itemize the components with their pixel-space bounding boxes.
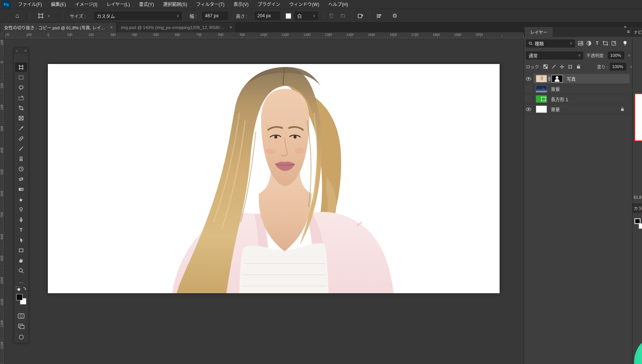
- type-tool[interactable]: T: [15, 225, 27, 235]
- hand-tool[interactable]: [15, 256, 27, 265]
- navigator-preview[interactable]: [634, 93, 642, 141]
- close-icon[interactable]: ×: [229, 25, 232, 30]
- background-color-swatch[interactable]: [286, 13, 291, 19]
- color-swatches[interactable]: [634, 218, 642, 231]
- panel-menu-icon[interactable]: ≡: [627, 29, 630, 35]
- height-input[interactable]: 204 px: [255, 12, 280, 20]
- filter-shape-layers-icon[interactable]: [601, 40, 610, 47]
- filter-type-layers-icon[interactable]: T: [593, 40, 601, 47]
- visibility-toggle[interactable]: [524, 84, 533, 94]
- tab-color[interactable]: カラ: [633, 203, 642, 213]
- menu-file[interactable]: ファイル(F): [14, 0, 46, 9]
- menu-type[interactable]: 書式(Y): [135, 0, 159, 9]
- eraser-tool[interactable]: [15, 174, 27, 184]
- filter-pixel-layers-icon[interactable]: [576, 40, 585, 47]
- lock-transparent-pixels-icon[interactable]: [541, 63, 550, 70]
- document-tab-inactive[interactable]: img.psd @ 143% (img_ps-crropping1209_12,…: [117, 23, 236, 32]
- menu-plugins[interactable]: プラグイン: [253, 0, 285, 9]
- opacity-input[interactable]: 100%: [608, 52, 624, 59]
- fill-input[interactable]: 100%: [610, 63, 627, 70]
- visibility-toggle[interactable]: [524, 104, 533, 114]
- crop-tool[interactable]: [15, 103, 27, 113]
- size-select[interactable]: カスタム ∨: [94, 12, 182, 20]
- dodge-tool[interactable]: [15, 205, 27, 214]
- visibility-toggle[interactable]: [524, 74, 533, 84]
- layer-thumbnail[interactable]: [536, 75, 547, 82]
- quick-mask-icon[interactable]: [15, 311, 27, 321]
- lasso-tool[interactable]: [15, 83, 27, 92]
- filter-toggle-pin-icon[interactable]: [621, 40, 629, 47]
- blend-mode-select[interactable]: 通常 ∨: [526, 52, 583, 59]
- rectangle-tool[interactable]: [15, 245, 27, 255]
- brush-tool[interactable]: [15, 144, 27, 153]
- width-input[interactable]: 467 px: [202, 12, 228, 20]
- layer-row-background-photo[interactable]: 背景: [524, 84, 630, 94]
- screen-mode-icon[interactable]: [15, 321, 27, 331]
- lock-image-pixels-icon[interactable]: [550, 63, 558, 70]
- menu-layer[interactable]: レイヤー(L): [102, 0, 134, 9]
- lock-position-icon[interactable]: [558, 63, 566, 70]
- filter-adjustment-layers-icon[interactable]: [585, 40, 593, 47]
- clone-stamp-tool[interactable]: [15, 154, 27, 163]
- chevron-down-icon[interactable]: ∨: [627, 65, 632, 69]
- default-and-swap-colors[interactable]: [16, 286, 27, 292]
- chevron-down-icon[interactable]: ∨: [45, 14, 50, 18]
- frame-tool[interactable]: [15, 113, 27, 123]
- gradient-tool[interactable]: [15, 184, 27, 194]
- layer-filter-type-select[interactable]: 種類 ∨: [526, 40, 575, 47]
- separator: [63, 12, 63, 20]
- menu-edit[interactable]: 編集(E): [46, 0, 70, 9]
- size-label: サイズ :: [70, 13, 86, 19]
- layer-row-rectangle[interactable]: 長方形 1: [524, 94, 630, 104]
- document-tab-active[interactable]: 女性の切り抜き - コピー.psd @ 61.8% (写真, レイヤーマスク/8…: [0, 23, 117, 32]
- layer-thumbnail[interactable]: [536, 85, 547, 93]
- menu-image[interactable]: イメージ(I): [70, 0, 102, 9]
- eyedropper-tool[interactable]: [15, 123, 27, 133]
- path-selection-tool[interactable]: [15, 235, 27, 245]
- menu-view[interactable]: 表示(V): [229, 0, 253, 9]
- filter-smart-object-icon[interactable]: [610, 40, 618, 47]
- background-color-select[interactable]: 白 ∨: [295, 12, 318, 20]
- edit-toolbar-ellipsis-icon[interactable]: …: [15, 277, 27, 286]
- menu-filter[interactable]: フィルター(T): [192, 0, 229, 9]
- artboard-tool-preset-icon[interactable]: [36, 11, 45, 20]
- document-canvas[interactable]: [48, 64, 500, 293]
- layer-row-photo[interactable]: 写真: [524, 74, 630, 84]
- layer-mask-thumbnail[interactable]: [552, 75, 563, 82]
- home-icon[interactable]: ⌂: [13, 11, 22, 20]
- gear-icon[interactable]: ⚙: [390, 11, 399, 20]
- menu-select[interactable]: 選択範囲(S): [159, 0, 192, 9]
- lock-artboard-icon[interactable]: [566, 63, 574, 70]
- ruler-vertical[interactable]: 100 0 100 200 300 400 500 600 700 800 90…: [0, 39, 5, 364]
- layer-thumbnail[interactable]: [536, 105, 547, 113]
- visibility-toggle[interactable]: [524, 94, 533, 104]
- add-artboard-icon[interactable]: [356, 11, 365, 20]
- close-icon[interactable]: ×: [24, 49, 26, 53]
- tab-layers[interactable]: レイヤー: [525, 27, 553, 37]
- pen-tool[interactable]: [15, 215, 27, 224]
- close-icon[interactable]: ×: [110, 25, 113, 30]
- color-wheel[interactable]: [634, 334, 642, 364]
- chevron-down-icon[interactable]: ∨: [625, 53, 630, 57]
- navigator-zoom-value[interactable]: 61.8: [634, 195, 641, 200]
- lock-all-icon[interactable]: [574, 63, 582, 70]
- menu-window[interactable]: ウィンドウ(W): [285, 0, 324, 9]
- layer-row-background[interactable]: 背景: [524, 104, 630, 114]
- mask-link-icon[interactable]: [547, 76, 552, 81]
- artboard-tool[interactable]: [15, 62, 27, 72]
- foreground-background-swatches[interactable]: [16, 294, 28, 305]
- marquee-tool[interactable]: [15, 73, 27, 82]
- full-screen-icon[interactable]: [15, 332, 27, 342]
- spot-healing-brush-tool[interactable]: [15, 134, 27, 143]
- layer-thumbnail-shape[interactable]: [536, 95, 547, 103]
- tab-navigator[interactable]: ナビ: [633, 27, 642, 37]
- collapse-panels-icon[interactable]: »: [624, 24, 627, 29]
- collapse-icon[interactable]: »: [16, 49, 18, 53]
- menu-help[interactable]: ヘルプ(H): [324, 0, 353, 9]
- ruler-horizontal[interactable]: 00 100 0 100 200 300 400 500 600 700 800…: [5, 32, 524, 39]
- zoom-tool[interactable]: [15, 266, 27, 275]
- object-selection-tool[interactable]: [15, 93, 27, 102]
- history-brush-tool[interactable]: [15, 164, 27, 174]
- align-icon[interactable]: [374, 11, 384, 20]
- smudge-tool[interactable]: [15, 195, 27, 204]
